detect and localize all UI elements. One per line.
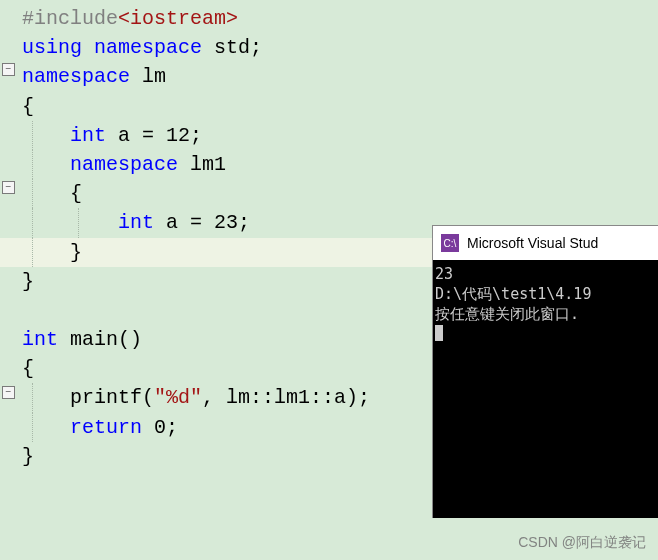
string-literal: "%d" [154,386,202,409]
code-line[interactable]: int a = 12; [0,121,658,150]
watermark: CSDN @阿白逆袭记 [518,534,646,552]
console-output[interactable]: 23 D:\代码\test1\4.19 按任意键关闭此窗口. [433,260,658,518]
console-titlebar[interactable]: C:\ Microsoft Visual Stud [433,226,658,260]
keyword: namespace [70,153,178,176]
preproc-token: #include [22,7,118,30]
include-path: <iostream> [118,7,238,30]
console-cursor [435,325,443,341]
code-line[interactable]: namespace lm [0,62,658,91]
keyword: int [22,328,58,351]
console-title-text: Microsoft Visual Stud [467,235,598,251]
code-line[interactable]: namespace lm1 [0,150,658,179]
number: 23 [214,211,238,234]
code-line[interactable]: { [0,179,658,208]
console-line: 23 [435,265,453,283]
keyword: using [22,36,82,59]
number: 0 [154,416,166,439]
console-line: D:\代码\test1\4.19 [435,285,591,303]
code-line[interactable]: #include<iostream> [0,4,658,33]
keyword: namespace [22,65,130,88]
code-line[interactable]: { [0,92,658,121]
keyword: namespace [94,36,202,59]
number: 12 [166,124,190,147]
code-line[interactable]: using namespace std; [0,33,658,62]
console-app-icon: C:\ [441,234,459,252]
keyword: return [70,416,142,439]
console-window[interactable]: C:\ Microsoft Visual Stud 23 D:\代码\test1… [432,225,658,518]
keyword: int [70,124,106,147]
keyword: int [118,211,154,234]
console-line: 按任意键关闭此窗口. [435,305,579,323]
